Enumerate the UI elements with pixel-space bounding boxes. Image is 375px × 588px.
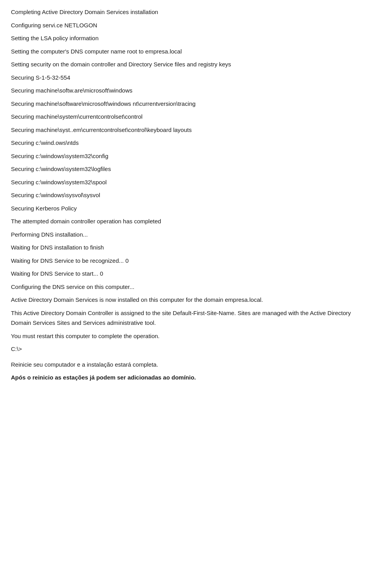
text-line: Setting the computer's DNS computer name… bbox=[11, 46, 364, 57]
text-line-bold: Após o reinicio as estações já podem ser… bbox=[11, 372, 364, 383]
text-line: Configuring servi.ce NETLOGON bbox=[11, 20, 364, 30]
content-area: Completing Active Directory Domain Servi… bbox=[11, 7, 364, 383]
text-line: Waiting for DNS installation to finish bbox=[11, 242, 364, 253]
text-line: Securing c:\windows\system32\logfiles bbox=[11, 164, 364, 174]
text-line: Securing S-1-5-32-554 bbox=[11, 73, 364, 83]
text-line: Configuring the DNS service on this comp… bbox=[11, 282, 364, 292]
text-line: Securing machine\system\currentcontrolse… bbox=[11, 112, 364, 122]
text-line: Securing c:\windows\sysvol\sysvol bbox=[11, 190, 364, 200]
text-line: The attempted domain controller operatio… bbox=[11, 216, 364, 226]
text-line: This Active Directory Domain Controller … bbox=[11, 308, 364, 328]
text-line: Setting security on the domain controlle… bbox=[11, 59, 364, 69]
text-line: Securing machine\software\microsoft\wind… bbox=[11, 99, 364, 109]
text-line: Securing machine\syst..em\currentcontrol… bbox=[11, 125, 364, 135]
text-line: Securing c:\wind.ows\ntds bbox=[11, 138, 364, 148]
text-line: Securing machine\softw.are\microsoft\win… bbox=[11, 86, 364, 96]
text-line: Securing c:\windows\system32\spool bbox=[11, 177, 364, 187]
text-line: C:\> bbox=[11, 344, 364, 354]
text-line: Active Directory Domain Services is now … bbox=[11, 295, 364, 305]
text-line: Setting the LSA policy information bbox=[11, 33, 364, 43]
text-line: Securing c:\windows\system32\config bbox=[11, 151, 364, 161]
text-line: Completing Active Directory Domain Servi… bbox=[11, 7, 364, 17]
text-line: Waiting for DNS Service to start... 0 bbox=[11, 269, 364, 279]
text-line: Reinicie seu computador e a instalação e… bbox=[11, 360, 364, 370]
text-line: Performing DNS installation... bbox=[11, 230, 364, 240]
text-line: Waiting for DNS Service to be recognized… bbox=[11, 256, 364, 266]
text-line: You must restart this computer to comple… bbox=[11, 331, 364, 341]
text-line: Securing Kerberos Policy bbox=[11, 203, 364, 214]
